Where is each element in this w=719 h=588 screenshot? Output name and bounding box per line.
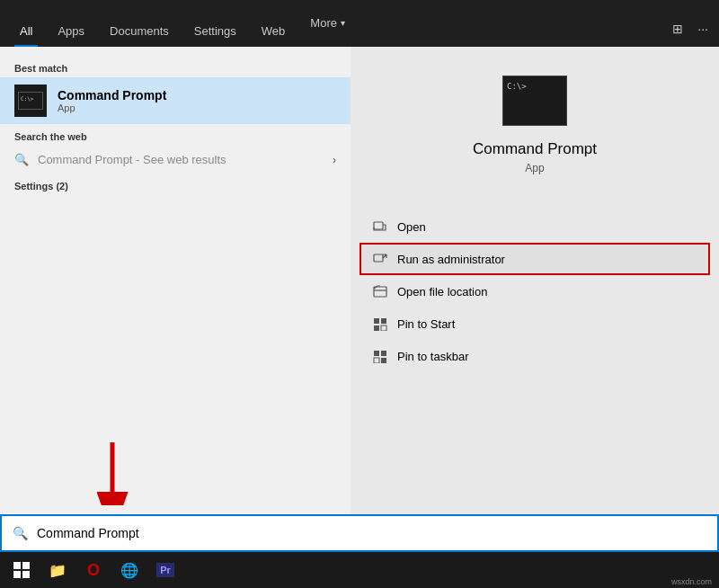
best-match-sub: App [58, 102, 336, 113]
taskbar: 📁 O 🌐 Pr wsxdn.com [0, 552, 719, 588]
svg-rect-0 [374, 222, 383, 229]
premiere-pro-icon[interactable]: Pr [149, 554, 182, 586]
svg-rect-5 [374, 325, 379, 331]
app-detail: Command Prompt App [351, 47, 719, 210]
opera-icon: O [87, 561, 100, 580]
search-icon: 🔍 [14, 153, 29, 166]
search-bar-icon: 🔍 [13, 526, 28, 540]
chrome-icon: 🌐 [120, 562, 138, 579]
action-open-file-location[interactable]: Open file location [360, 275, 710, 307]
cmd-app-icon [14, 85, 47, 117]
run-admin-icon [372, 251, 388, 267]
more-options-icon[interactable]: ··· [694, 18, 712, 40]
best-match-item[interactable]: Command Prompt App [0, 77, 351, 124]
svg-rect-9 [374, 358, 379, 363]
folder-icon: 📁 [49, 562, 67, 579]
windows-icon [13, 562, 30, 578]
feedback-icon[interactable]: ⊞ [669, 18, 687, 40]
svg-rect-3 [374, 318, 379, 324]
best-match-name: Command Prompt [58, 88, 336, 102]
watermark: wsxdn.com [671, 577, 712, 586]
svg-rect-10 [381, 358, 386, 363]
premiere-icon: Pr [156, 563, 174, 577]
nav-tab-settings[interactable]: Settings [182, 0, 249, 47]
nav-tab-all[interactable]: All [7, 0, 45, 47]
chrome-browser-icon[interactable]: 🌐 [113, 554, 146, 586]
nav-right-icons: ⊞ ··· [669, 18, 712, 47]
svg-rect-7 [374, 351, 379, 356]
nav-tab-apps[interactable]: Apps [45, 0, 97, 47]
action-menu: Open Run as administrator [351, 210, 719, 372]
file-location-icon [372, 283, 388, 299]
left-panel: Best match Command Prompt App Search the… [0, 47, 351, 550]
search-bar-text: Command Prompt [37, 526, 139, 540]
svg-rect-4 [381, 318, 386, 324]
web-search-label: Search the web [0, 126, 351, 146]
cmd-icon-graphic [18, 92, 43, 110]
right-panel: Command Prompt App Open [351, 47, 719, 550]
svg-rect-8 [381, 351, 386, 356]
action-open[interactable]: Open [360, 210, 710, 243]
action-run-admin[interactable]: Run as administrator [360, 243, 710, 275]
svg-rect-6 [381, 325, 386, 331]
nav-tab-web[interactable]: Web [249, 0, 298, 47]
open-icon [372, 218, 388, 235]
nav-tab-more[interactable]: More ▾ [297, 0, 358, 47]
action-pin-taskbar[interactable]: Pin to taskbar [360, 340, 710, 372]
start-button[interactable] [4, 552, 40, 588]
web-search-item[interactable]: 🔍 Command Prompt - See web results › [0, 146, 351, 174]
app-preview-icon [502, 76, 567, 126]
settings-label: Settings (2) [0, 174, 351, 195]
pin-taskbar-icon [372, 348, 388, 364]
svg-rect-1 [374, 254, 383, 262]
best-match-label: Best match [0, 58, 351, 77]
search-bar[interactable]: 🔍 Command Prompt [0, 514, 719, 552]
app-detail-sub: App [525, 162, 544, 174]
svg-rect-2 [374, 287, 386, 297]
chevron-down-icon: ▾ [341, 18, 345, 28]
nav-bar: All Apps Documents Settings Web More ▾ ⊞… [0, 0, 719, 47]
red-arrow-indicator [85, 442, 139, 509]
web-search-arrow-icon: › [333, 154, 336, 166]
web-search-text: Command Prompt - See web results [38, 153, 333, 166]
nav-tab-documents[interactable]: Documents [97, 0, 182, 47]
opera-browser-icon[interactable]: O [77, 554, 110, 586]
action-pin-start[interactable]: Pin to Start [360, 307, 710, 340]
file-explorer-icon[interactable]: 📁 [41, 554, 74, 586]
app-detail-name: Command Prompt [473, 140, 597, 158]
pin-start-icon [372, 316, 388, 332]
best-match-info: Command Prompt App [58, 88, 336, 113]
